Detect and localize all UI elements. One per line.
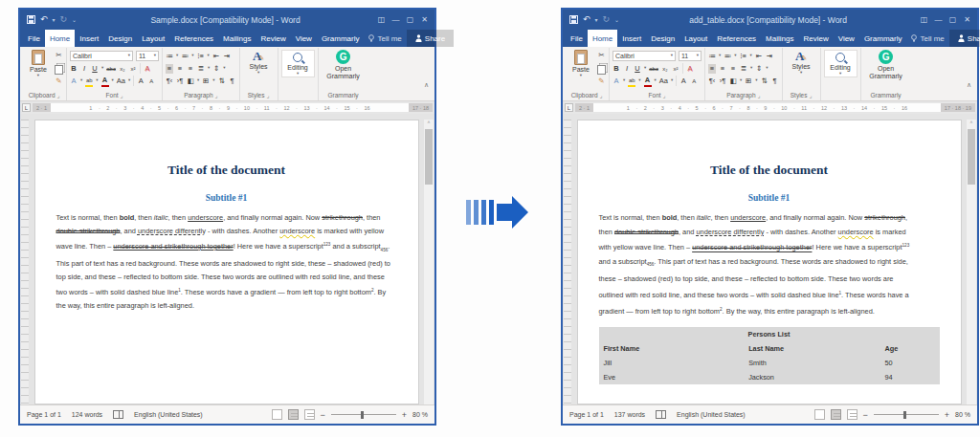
borders-icon[interactable]: ⊞ bbox=[745, 76, 752, 86]
document-table[interactable]: Persons List First Name Last Name Age Ji… bbox=[599, 327, 940, 384]
align-right-icon[interactable]: ≡ bbox=[187, 64, 194, 74]
bullets-icon[interactable]: ≔ bbox=[708, 52, 716, 61]
clipboard-dialog-launcher-icon[interactable]: ⌟ bbox=[600, 92, 603, 98]
zoom-in-icon[interactable]: + bbox=[402, 410, 407, 420]
web-layout-icon[interactable] bbox=[304, 409, 315, 420]
format-painter-icon[interactable]: ✎ bbox=[55, 76, 63, 86]
rtl-direction-icon[interactable]: ›¶ bbox=[719, 76, 726, 86]
paste-button[interactable]: Paste▾ bbox=[25, 50, 52, 78]
open-grammarly-button[interactable]: G Open Grammarly bbox=[864, 50, 908, 81]
subscript-button[interactable]: x₂ bbox=[661, 64, 669, 74]
sort-icon[interactable]: ⇅ bbox=[218, 76, 226, 86]
close-icon[interactable]: ✕ bbox=[417, 10, 432, 30]
change-case-button[interactable]: Aa bbox=[659, 76, 668, 86]
ltr-direction-icon[interactable]: ¶‹ bbox=[166, 76, 173, 86]
maximize-icon[interactable]: ▢ bbox=[403, 10, 417, 30]
share-button[interactable]: Share bbox=[949, 30, 980, 47]
vertical-scrollbar[interactable]: ˄ bbox=[967, 120, 976, 404]
tab-insert[interactable]: Insert bbox=[617, 30, 646, 47]
zoom-slider-thumb[interactable] bbox=[903, 411, 906, 419]
font-color-button[interactable]: A bbox=[644, 76, 652, 87]
proofing-icon[interactable] bbox=[113, 410, 123, 419]
bold-button[interactable]: B bbox=[612, 64, 620, 74]
styles-button[interactable]: A✎ Styles▾ bbox=[786, 50, 817, 76]
tab-review[interactable]: Review bbox=[256, 30, 290, 47]
paste-button[interactable]: Paste▾ bbox=[568, 50, 594, 78]
line-spacing-icon[interactable]: ⇕ bbox=[212, 64, 220, 74]
decrease-indent-icon[interactable]: ⇤ bbox=[212, 52, 220, 61]
undo-icon[interactable]: ↶ bbox=[583, 15, 590, 24]
zoom-out-icon[interactable]: − bbox=[863, 410, 868, 420]
qat-customize-icon[interactable]: ⌄ bbox=[72, 17, 77, 23]
proofing-icon[interactable] bbox=[656, 410, 666, 419]
multilevel-list-icon[interactable]: ⁝≡ bbox=[197, 52, 205, 61]
superscript-button[interactable]: x² bbox=[129, 64, 137, 74]
paragraph-dialog-launcher-icon[interactable]: ⌟ bbox=[758, 92, 761, 98]
strikethrough-button[interactable]: abc bbox=[106, 64, 116, 74]
shading-icon[interactable]: ◧ bbox=[729, 76, 737, 86]
zoom-slider-thumb[interactable] bbox=[361, 411, 364, 419]
tab-selector[interactable]: L bbox=[565, 103, 573, 112]
web-layout-icon[interactable] bbox=[847, 409, 858, 420]
document-page[interactable]: Title of the document Subtitle #1 Text i… bbox=[577, 120, 962, 404]
grow-font-button[interactable]: A bbox=[679, 76, 687, 86]
cut-icon[interactable]: ✂ bbox=[55, 51, 63, 60]
tab-grammarly[interactable]: Grammarly bbox=[859, 30, 907, 47]
format-painter-icon[interactable]: ✎ bbox=[597, 76, 606, 86]
shrink-font-button[interactable]: A bbox=[147, 76, 155, 86]
font-dialog-launcher-icon[interactable]: ⌟ bbox=[121, 92, 123, 98]
line-spacing-icon[interactable]: ⇕ bbox=[755, 64, 763, 74]
page-indicator[interactable]: Page 1 of 1 bbox=[27, 411, 61, 418]
zoom-level[interactable]: 80 % bbox=[412, 411, 428, 418]
sort-icon[interactable]: ⇅ bbox=[761, 76, 768, 86]
zoom-level[interactable]: 80 % bbox=[955, 411, 970, 418]
tab-insert[interactable]: Insert bbox=[75, 30, 103, 47]
maximize-icon[interactable]: ▢ bbox=[946, 10, 960, 30]
cut-icon[interactable]: ✂ bbox=[597, 51, 606, 60]
tab-grammarly[interactable]: Grammarly bbox=[317, 30, 365, 47]
align-right-icon[interactable]: ≡ bbox=[729, 64, 737, 74]
open-grammarly-button[interactable]: G Open Grammarly bbox=[322, 50, 366, 81]
redo-icon[interactable]: ↻ bbox=[603, 15, 611, 24]
clipboard-dialog-launcher-icon[interactable]: ⌟ bbox=[57, 92, 60, 98]
text-glow-button[interactable]: A bbox=[70, 76, 78, 86]
underline-button[interactable]: U bbox=[634, 64, 641, 74]
zoom-slider[interactable] bbox=[874, 414, 939, 415]
show-marks-icon[interactable]: ¶ bbox=[229, 76, 236, 86]
text-effects-button[interactable]: A bbox=[144, 64, 151, 74]
paragraph-dialog-launcher-icon[interactable]: ⌟ bbox=[215, 92, 218, 98]
zoom-slider[interactable] bbox=[331, 414, 396, 415]
minimize-icon[interactable]: — bbox=[931, 10, 946, 30]
rtl-direction-icon[interactable]: ›¶ bbox=[176, 76, 184, 86]
tab-view[interactable]: View bbox=[834, 30, 859, 47]
justify-icon[interactable]: ≣ bbox=[197, 64, 205, 74]
language-indicator[interactable]: English (United States) bbox=[677, 411, 746, 418]
italic-button[interactable]: I bbox=[623, 64, 631, 74]
bold-button[interactable]: B bbox=[70, 64, 78, 74]
text-effects-button[interactable]: A bbox=[686, 64, 694, 74]
strikethrough-button[interactable]: abc bbox=[649, 64, 658, 74]
numbering-icon[interactable]: ≕ bbox=[181, 52, 189, 61]
vertical-ruler[interactable] bbox=[564, 120, 571, 404]
tab-file[interactable]: File bbox=[566, 30, 588, 47]
highlight-color-button[interactable]: ab bbox=[628, 76, 635, 87]
tab-mailings[interactable]: Mailings bbox=[218, 30, 256, 47]
language-indicator[interactable]: English (United States) bbox=[134, 411, 203, 418]
undo-icon[interactable]: ↶ bbox=[40, 15, 48, 24]
justify-icon[interactable]: ≣ bbox=[740, 64, 747, 74]
shrink-font-button[interactable]: A bbox=[690, 76, 698, 86]
bullets-icon[interactable]: ≔ bbox=[166, 52, 173, 61]
tab-layout[interactable]: Layout bbox=[137, 30, 169, 47]
read-mode-icon[interactable] bbox=[814, 409, 825, 420]
font-dialog-launcher-icon[interactable]: ⌟ bbox=[663, 92, 666, 98]
document-page[interactable]: Title of the document Subtitle #1 Text i… bbox=[34, 120, 419, 404]
increase-indent-icon[interactable]: ⇥ bbox=[223, 52, 231, 61]
ltr-direction-icon[interactable]: ¶‹ bbox=[708, 76, 716, 86]
close-icon[interactable]: ✕ bbox=[960, 10, 974, 30]
zoom-out-icon[interactable]: − bbox=[321, 410, 325, 420]
page-indicator[interactable]: Page 1 of 1 bbox=[569, 411, 604, 418]
print-layout-icon[interactable] bbox=[288, 409, 299, 420]
save-icon[interactable] bbox=[569, 15, 578, 24]
tab-home[interactable]: Home bbox=[588, 30, 617, 47]
text-glow-button[interactable]: A bbox=[612, 76, 620, 86]
